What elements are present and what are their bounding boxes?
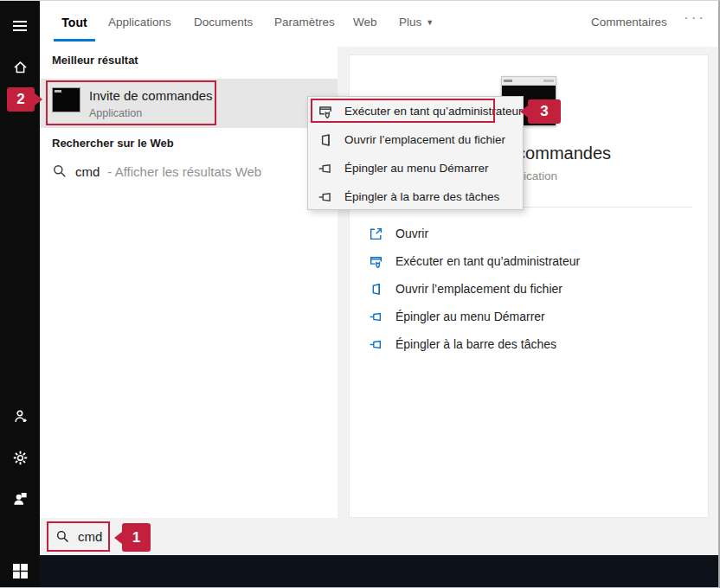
preview-actions-list: Ouvrir Exécuter en tant qu’administrateu… xyxy=(350,220,708,358)
pin-icon xyxy=(318,161,333,176)
best-result-subtitle: Application xyxy=(89,107,142,119)
tab-plus[interactable]: Plus▼ xyxy=(399,16,434,29)
search-filter-tabs-bar: Tout Applications Documents Paramètres W… xyxy=(40,1,718,47)
menu-item-label: Épingler au menu Démarrer xyxy=(344,162,489,175)
active-tab-underline xyxy=(54,39,95,42)
action-label: Épingler à la barre des tâches xyxy=(395,337,556,351)
tab-tout[interactable]: Tout xyxy=(54,16,95,29)
feedback-icon[interactable] xyxy=(0,481,40,515)
menu-item-run-as-admin[interactable]: Exécuter en tant qu’administrateur xyxy=(308,97,523,125)
search-query-text: cmd xyxy=(78,529,102,544)
menu-item-pin-start[interactable]: Épingler au menu Démarrer xyxy=(308,154,523,182)
windows-search-flyout: Tout Applications Documents Paramètres W… xyxy=(0,0,720,588)
pin-icon xyxy=(369,310,383,324)
hamburger-menu-icon[interactable] xyxy=(0,9,40,43)
context-menu: Exécuter en tant qu’administrateur Ouvri… xyxy=(307,96,524,210)
tab-plus-label: Plus xyxy=(399,16,421,29)
best-result-header: Meilleur résultat xyxy=(52,54,138,67)
action-open[interactable]: Ouvrir xyxy=(350,220,708,247)
tab-documents[interactable]: Documents xyxy=(194,16,253,29)
annotation-badge-2: 2 xyxy=(7,87,35,112)
feedback-link[interactable]: Commentaires xyxy=(591,16,667,29)
web-search-suggestion[interactable]: cmd - Afficher les résultats Web xyxy=(52,160,261,182)
file-location-icon xyxy=(369,282,383,297)
open-icon xyxy=(369,227,383,241)
search-icon xyxy=(52,163,68,179)
web-search-suffix: - Afficher les résultats Web xyxy=(107,164,261,179)
search-results-panel: Meilleur résultat Invite de commandes Ap… xyxy=(40,47,338,518)
run-as-admin-shield-icon xyxy=(318,104,333,119)
web-search-query: cmd xyxy=(75,164,100,179)
search-icon xyxy=(55,529,70,544)
file-location-icon xyxy=(318,132,333,148)
best-result-item-command-prompt[interactable]: Invite de commandes Application xyxy=(40,79,338,128)
pin-icon xyxy=(369,337,383,352)
menu-item-label: Exécuter en tant qu’administrateur xyxy=(344,105,523,118)
menu-item-open-file-location[interactable]: Ouvrir l’emplacement du fichier xyxy=(308,125,523,154)
action-run-as-admin[interactable]: Exécuter en tant qu’administrateur xyxy=(350,247,708,275)
tab-parametres[interactable]: Paramètres xyxy=(274,16,335,29)
home-icon[interactable] xyxy=(0,49,40,84)
add-account-icon[interactable] xyxy=(0,399,40,433)
action-label: Épingler au menu Démarrer xyxy=(395,310,545,323)
taskbar xyxy=(40,555,718,587)
action-open-file-location[interactable]: Ouvrir l’emplacement du fichier xyxy=(350,275,708,303)
action-label: Ouvrir xyxy=(395,227,428,240)
search-input[interactable]: cmd xyxy=(47,521,110,552)
overflow-menu-icon[interactable]: ··· xyxy=(684,10,706,27)
action-pin-start[interactable]: Épingler au menu Démarrer xyxy=(350,303,708,330)
action-label: Exécuter en tant qu’administrateur xyxy=(395,254,580,268)
settings-gear-icon[interactable] xyxy=(0,440,40,475)
start-button-windows-logo-icon[interactable] xyxy=(0,555,40,587)
menu-item-pin-taskbar[interactable]: Épingler à la barre des tâches xyxy=(308,182,523,211)
annotation-badge-1: 1 xyxy=(122,523,151,552)
action-pin-taskbar[interactable]: Épingler à la barre des tâches xyxy=(350,330,708,358)
run-as-admin-shield-icon xyxy=(369,254,383,269)
chevron-down-icon: ▼ xyxy=(426,18,434,27)
tab-applications[interactable]: Applications xyxy=(108,16,171,29)
command-prompt-icon xyxy=(52,87,80,112)
annotation-badge-3: 3 xyxy=(528,99,561,124)
best-result-title: Invite de commandes xyxy=(89,88,213,103)
action-label: Ouvrir l’emplacement du fichier xyxy=(395,282,562,296)
search-web-header: Rechercher sur le Web xyxy=(52,137,174,150)
command-prompt-icon-titlebar xyxy=(502,77,556,86)
menu-item-label: Ouvrir l’emplacement du fichier xyxy=(344,133,505,146)
tab-web[interactable]: Web xyxy=(353,16,377,29)
pin-icon xyxy=(318,189,333,205)
menu-item-label: Épingler à la barre des tâches xyxy=(344,190,499,203)
